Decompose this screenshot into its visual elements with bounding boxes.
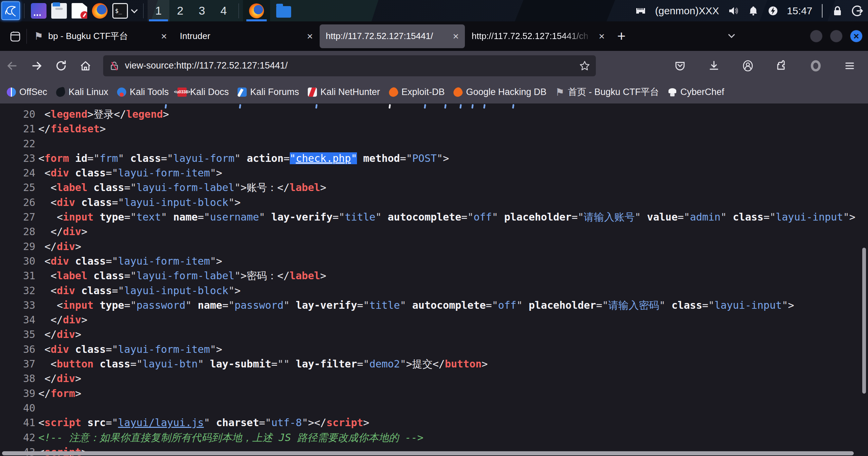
vertical-scrollbar[interactable] — [862, 248, 866, 394]
reload-button[interactable] — [52, 56, 71, 75]
source-token: " — [684, 211, 690, 223]
url-bar[interactable]: view-source:http://117.72.52.127:15441/ — [103, 55, 596, 76]
firefox-view-button[interactable] — [4, 25, 26, 48]
workspace-button-2[interactable]: 2 — [169, 0, 191, 21]
back-button[interactable] — [3, 56, 22, 75]
tab[interactable]: http://117.72.52.127:15441/ch× — [466, 24, 611, 48]
forward-button[interactable] — [27, 56, 46, 75]
bookmark-star-icon[interactable] — [579, 60, 590, 72]
source-line: 25 <label class="layui-form-label">账号：</… — [0, 180, 864, 195]
network-icon[interactable] — [635, 5, 647, 17]
line-content: <script src="layui/layui.js" charset="ut… — [38, 415, 369, 430]
tab-close-button[interactable]: × — [305, 31, 314, 41]
source-token: " — [492, 299, 498, 311]
minimize-button[interactable] — [810, 30, 823, 42]
list-all-tabs-button[interactable] — [728, 33, 736, 39]
launcher-terminal[interactable]: $_ — [112, 3, 128, 19]
new-tab-button[interactable]: + — [617, 28, 626, 44]
pocket-icon[interactable] — [671, 56, 690, 75]
source-token: " — [161, 211, 167, 223]
bookmark-item[interactable]: Google Hacking DB — [453, 87, 546, 97]
launcher-text-editor[interactable] — [72, 3, 87, 19]
workspace-button-3[interactable]: 3 — [191, 0, 213, 21]
bookmark-item[interactable]: Kali NetHunter — [308, 87, 380, 97]
close-window-button[interactable]: × — [850, 30, 863, 42]
horizontal-scrollbar[interactable] — [2, 451, 854, 455]
applications-menu-button[interactable] — [1, 1, 20, 20]
lock-screen-icon[interactable] — [832, 5, 843, 17]
url-input[interactable]: view-source:http://117.72.52.127:15441/ — [125, 60, 579, 71]
source-token: >账号：</ — [241, 182, 289, 193]
source-token: class — [75, 255, 106, 267]
bookmark-item[interactable]: CyberChef — [668, 87, 724, 97]
launcher-file-manager[interactable] — [51, 3, 67, 19]
extensions-puzzle-icon[interactable] — [772, 56, 791, 75]
account-icon[interactable] — [738, 56, 757, 75]
bookmark-item[interactable]: Kali Linux — [56, 87, 108, 97]
source-token: < — [38, 255, 51, 267]
line-number: 39 — [0, 386, 35, 401]
panel-separator — [143, 3, 144, 18]
offsec-icon — [7, 88, 16, 97]
bookmark-label: Kali Forums — [250, 87, 299, 97]
home-button[interactable] — [76, 56, 95, 75]
source-line: 29 </div> — [0, 239, 864, 254]
source-token: " — [228, 299, 234, 311]
insecure-lock-icon[interactable] — [109, 60, 120, 72]
launcher-app-drawer[interactable] — [31, 3, 46, 19]
line-content: <div class="layui-form-item"> — [38, 342, 222, 357]
launcher-firefox[interactable] — [92, 3, 108, 19]
source-token: = — [271, 358, 277, 370]
kali-logo-icon — [4, 4, 18, 18]
bookmark-item[interactable]: OffSec — [7, 87, 47, 97]
tray-separator — [822, 4, 823, 18]
source-token: > — [363, 417, 369, 429]
tab-close-button[interactable]: × — [597, 31, 606, 41]
source-token: " — [843, 211, 849, 223]
bookmark-item[interactable]: Kali Forums — [238, 87, 299, 97]
line-content: <label class="layui-form-label">密码：</lab… — [38, 268, 326, 283]
volume-icon[interactable] — [727, 5, 739, 17]
bookmark-item[interactable]: Exploit-DB — [389, 87, 445, 97]
tab-close-button[interactable]: × — [159, 31, 168, 41]
workspace-button-4[interactable]: 4 — [213, 0, 234, 21]
source-token: " — [363, 299, 369, 311]
source-token: 请输入密码 — [608, 299, 659, 311]
maximize-button[interactable] — [830, 30, 843, 42]
source-token: div — [63, 226, 81, 238]
source-link[interactable]: check.php — [296, 152, 351, 164]
source-token: input — [63, 299, 93, 311]
downloads-icon[interactable] — [704, 56, 723, 75]
source-token — [498, 211, 504, 223]
tab[interactable]: bp - Bugku CTF平台× — [28, 24, 173, 48]
tab-title: bp - Bugku CTF平台 — [48, 30, 159, 42]
source-link[interactable]: layui/layui.js — [118, 417, 204, 429]
source-token: > — [100, 123, 106, 135]
clock[interactable]: 15:47 — [787, 5, 812, 17]
tab-close-button[interactable]: × — [451, 31, 460, 41]
source-line: 31 <label class="layui-form-label">密码：</… — [0, 268, 864, 283]
source-token: form — [44, 152, 69, 164]
tab-active[interactable]: http://117.72.52.127:15441/× — [320, 24, 465, 48]
taskbar-files-window[interactable] — [270, 0, 297, 21]
workspace-button-1[interactable]: 1 — [148, 0, 169, 21]
source-token: button — [57, 358, 93, 370]
menu-hamburger-icon[interactable] — [840, 56, 859, 75]
logout-icon[interactable] — [851, 5, 863, 17]
bookmark-item[interactable]: 首页 - Bugku CTF平台 — [555, 86, 659, 98]
chevron-down-icon[interactable] — [131, 6, 138, 13]
taskbar-firefox-window[interactable] — [243, 0, 270, 21]
source-token: " — [635, 211, 641, 223]
tab[interactable]: Intruder× — [174, 24, 319, 48]
notifications-bell-icon[interactable] — [748, 5, 759, 17]
source-token: legend — [51, 108, 87, 120]
proxy-extension-icon[interactable] — [806, 56, 825, 75]
bookmark-item[interactable]: Kali Tools — [117, 87, 169, 97]
genmon-label[interactable]: (genmon)XXX — [655, 5, 719, 17]
power-manager-icon[interactable] — [767, 5, 779, 17]
source-token: " — [467, 211, 473, 223]
desktop-panel: $_ 1234 (genmon)XXX 15:47 — [0, 0, 868, 21]
source-token: > — [75, 328, 81, 340]
source-token: = — [763, 211, 770, 223]
bookmark-item[interactable]: Kali Docs — [177, 87, 229, 97]
